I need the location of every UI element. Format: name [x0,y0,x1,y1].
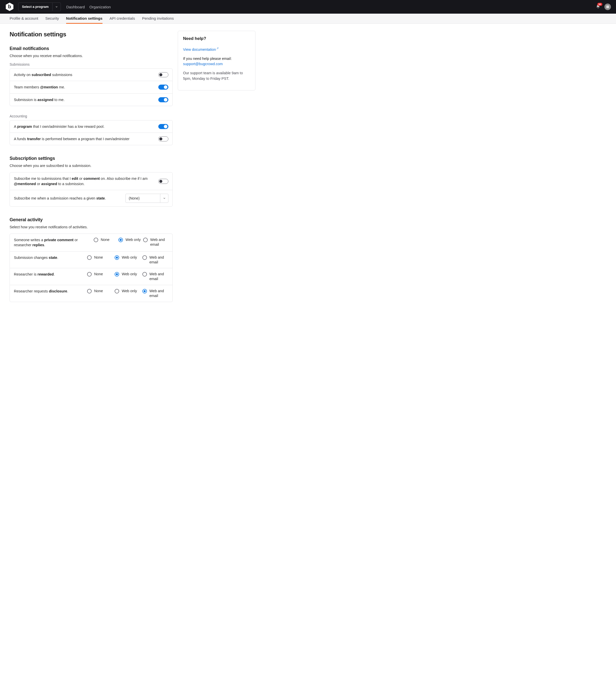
radio-option[interactable]: Web and email [142,255,168,265]
view-documentation-link[interactable]: View documentation↗ [183,47,218,51]
nav-dashboard[interactable]: Dashboard [66,5,85,9]
radio-label: None [94,255,103,260]
toggle-subscribe-edit[interactable] [158,179,168,184]
activity-row: Someone writes a private comment or rese… [10,234,173,252]
radio-option[interactable]: Web only [115,255,141,265]
radio-label: Web only [122,255,137,260]
activity-row-label: Someone writes a private comment or rese… [14,237,91,248]
notifications-button[interactable]: 50 [596,4,600,10]
radio-option[interactable]: Web only [115,289,141,298]
external-link-icon: ↗ [216,47,218,50]
toggle-mention[interactable] [158,84,168,90]
toggle-program[interactable] [158,124,168,129]
email-title: Email notifications [10,46,173,51]
radio-label: None [94,289,103,294]
radio-icon [87,255,92,260]
row-subscribe-state: Subscribe me when a submission reaches a… [10,190,173,206]
radio-label: Web only [122,272,137,276]
radio-option[interactable]: Web only [115,272,141,281]
activity-row: Researcher is rewarded.NoneWeb onlyWeb a… [10,268,173,285]
activity-row-label: Submission changes state. [14,255,85,260]
activity-list: Someone writes a private comment or rese… [10,234,173,302]
group-submissions-label: Submissions [10,62,173,66]
row-program: A program that I own/administer has a lo… [10,121,173,133]
radio-options: NoneWeb onlyWeb and email [87,272,168,281]
radio-option[interactable]: None [87,272,113,281]
avatar[interactable] [604,3,611,10]
radio-options: NoneWeb onlyWeb and email [87,255,168,265]
row-activity-label: Activity on subscribed submissions [14,72,72,77]
radio-option[interactable]: Web and email [142,289,168,298]
radio-options: NoneWeb onlyWeb and email [87,289,168,298]
logo[interactable]: b [5,2,14,11]
row-assigned-label: Submission is assigned to me. [14,97,65,102]
row-transfer-label: A funds transfer is performed between a … [14,136,130,141]
radio-icon [143,238,148,242]
accounting-list: A program that I own/administer has a lo… [10,120,173,145]
chevron-down-icon [160,194,168,203]
row-mention-label: Team members @mention me. [14,84,65,90]
subscription-title: Subscription settings [10,156,173,161]
support-email-link[interactable]: support@bugcrowd.com [183,62,223,66]
radio-icon [142,255,147,260]
radio-option[interactable]: Web and email [143,237,168,247]
email-desc: Choose when you receive email notificati… [10,54,173,58]
radio-icon [87,289,92,294]
activity-title: General activity [10,217,173,222]
help-sidebar: Need help? View documentation↗ If you ne… [178,31,256,91]
radio-option[interactable]: Web only [118,237,142,247]
main-content: Notification settings Email notification… [10,31,173,313]
topnav-links: Dashboard Organization [66,5,111,9]
radio-icon [87,272,92,276]
tab-notification-settings[interactable]: Notification settings [66,14,102,24]
help-hours: Our support team is available 9am to 5pm… [183,70,250,82]
radio-label: None [94,272,103,276]
toggle-transfer[interactable] [158,136,168,141]
page-title: Notification settings [10,31,173,38]
radio-icon [142,272,147,276]
notification-badge: 50 [597,3,602,6]
section-activity: General activity Select how you receive … [10,217,173,302]
row-subscribe-state-label: Subscribe me when a submission reaches a… [14,196,106,201]
row-assigned: Submission is assigned to me. [10,94,173,106]
radio-option[interactable]: None [94,237,117,247]
radio-option[interactable]: Web and email [142,272,168,281]
row-mention: Team members @mention me. [10,81,173,93]
radio-option[interactable]: None [87,255,113,265]
group-accounting-label: Accounting [10,114,173,118]
tab-pending-invitations[interactable]: Pending invitations [142,14,174,24]
nav-organization[interactable]: Organization [90,5,111,9]
topnav: b Select a program Dashboard Organizatio… [0,0,616,14]
row-subscribe-edit: Subscribe me to submissions that I edit … [10,173,173,190]
help-title: Need help? [183,36,250,41]
toggle-assigned[interactable] [158,97,168,102]
tab-security[interactable]: Security [45,14,59,24]
help-email-block: If you need help please email: support@b… [183,56,250,67]
row-activity: Activity on subscribed submissions [10,69,173,81]
activity-desc: Select how you receive notifications of … [10,225,173,229]
radio-label: Web and email [149,289,168,298]
radio-label: Web and email [149,272,168,281]
radio-label: None [101,237,110,242]
radio-option[interactable]: None [87,289,113,298]
radio-icon [94,238,98,242]
section-subscription: Subscription settings Choose when you ar… [10,156,173,207]
state-select[interactable]: (None) [126,194,168,203]
chevron-down-icon [52,5,61,8]
radio-label: Web only [122,289,137,294]
subscription-list: Subscribe me to submissions that I edit … [10,172,173,207]
toggle-activity[interactable] [158,72,168,77]
radio-icon [115,272,119,276]
row-subscribe-label: Subscribe me to submissions that I edit … [14,176,154,186]
radio-icon [142,289,147,294]
subscription-desc: Choose when you are subscribed to a subm… [10,164,173,168]
program-select-label: Select a program [18,3,52,11]
program-select[interactable]: Select a program [18,2,61,11]
tab-api-credentials[interactable]: API credentials [110,14,135,24]
activity-row: Submission changes state.NoneWeb onlyWeb… [10,252,173,268]
submissions-list: Activity on subscribed submissions Team … [10,68,173,106]
radio-options: NoneWeb onlyWeb and email [94,237,168,247]
state-select-value: (None) [126,196,160,200]
radio-label: Web and email [149,255,168,265]
tab-profile[interactable]: Profile & account [10,14,38,24]
